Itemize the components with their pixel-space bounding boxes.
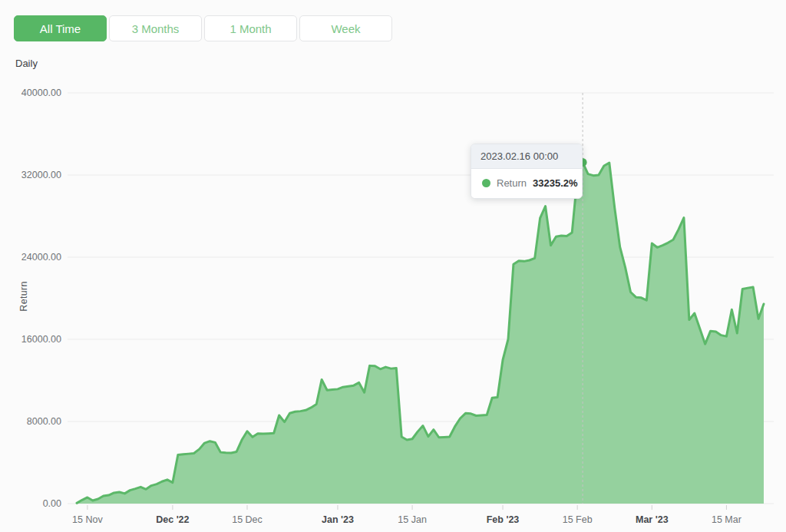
tooltip-body: Return 33235.2% bbox=[471, 169, 582, 198]
x-tick-label: 15 Dec bbox=[232, 514, 263, 525]
return-area-fill bbox=[77, 162, 764, 504]
tooltip-series-label: Return bbox=[497, 177, 527, 189]
x-tick-label: Feb '23 bbox=[487, 514, 520, 525]
y-tick-label: 8000.00 bbox=[27, 416, 61, 427]
y-tick-label: 40000.00 bbox=[21, 88, 61, 98]
series-marker-icon bbox=[482, 179, 490, 187]
y-tick-label: 16000.00 bbox=[21, 334, 61, 345]
x-tick-label: 15 Feb bbox=[563, 514, 593, 525]
tooltip-date: 2023.02.16 00:00 bbox=[471, 144, 582, 169]
chart-svg[interactable]: 0.008000.0016000.0024000.0032000.0040000… bbox=[0, 0, 786, 532]
chart-tooltip: 2023.02.16 00:00 Return 33235.2% bbox=[471, 144, 583, 199]
x-tick-label: 15 Nov bbox=[72, 514, 103, 525]
tooltip-value: 33235.2% bbox=[533, 177, 578, 189]
x-tick-label: Mar '23 bbox=[636, 514, 669, 525]
y-tick-label: 0.00 bbox=[43, 498, 61, 509]
x-tick-label: Dec '22 bbox=[156, 514, 189, 525]
y-tick-label: 32000.00 bbox=[21, 170, 61, 180]
x-tick-label: 15 Jan bbox=[398, 514, 427, 525]
x-tick-label: Jan '23 bbox=[322, 514, 354, 525]
y-tick-label: 24000.00 bbox=[21, 252, 61, 263]
x-tick-label: 15 Mar bbox=[712, 514, 741, 525]
